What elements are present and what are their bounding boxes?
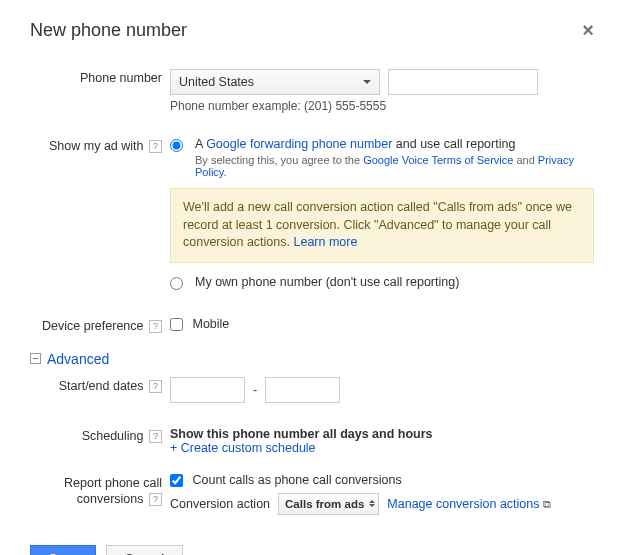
opt1-suffix: and use call reporting	[392, 137, 515, 151]
help-icon[interactable]: ?	[149, 140, 162, 153]
phone-number-example: Phone number example: (201) 555-5555	[170, 99, 594, 113]
country-select[interactable]: United States	[170, 69, 380, 95]
manage-conversion-link[interactable]: Manage conversion actions ⧉	[387, 497, 551, 511]
mobile-checkbox[interactable]	[170, 318, 183, 331]
chevron-down-icon	[363, 80, 371, 84]
opt1-prefix: A	[195, 137, 206, 151]
sort-icon	[369, 500, 375, 507]
agree-prefix: By selecting this, you agree to the	[195, 154, 363, 166]
end-date-input[interactable]	[265, 377, 340, 403]
page-title: New phone number	[30, 20, 187, 41]
conv-action-label: Conversion action	[170, 497, 270, 511]
advanced-toggle[interactable]: − Advanced	[30, 351, 594, 367]
dates-label: Start/end dates	[59, 379, 144, 393]
mobile-text: Mobile	[192, 317, 229, 331]
agree-mid: and	[513, 154, 537, 166]
mobile-checkbox-label[interactable]: Mobile	[170, 317, 229, 331]
opt2-label: My own phone number (don't use call repo…	[195, 275, 459, 289]
count-calls-text: Count calls as phone call conversions	[192, 473, 401, 487]
count-calls-label[interactable]: Count calls as phone call conversions	[170, 473, 402, 487]
count-calls-checkbox[interactable]	[170, 474, 183, 487]
conversion-action-select[interactable]: Calls from ads	[278, 493, 379, 515]
help-icon[interactable]: ?	[149, 493, 162, 506]
advanced-label: Advanced	[47, 351, 109, 367]
close-icon[interactable]: ×	[582, 20, 594, 40]
phone-number-input[interactable]	[388, 69, 538, 95]
google-forwarding-link[interactable]: Google forwarding phone number	[206, 137, 392, 151]
start-date-input[interactable]	[170, 377, 245, 403]
collapse-icon: −	[30, 353, 41, 364]
cancel-button[interactable]: Cancel	[106, 545, 183, 555]
help-icon[interactable]: ?	[149, 430, 162, 443]
info-box: We'll add a new call conversion action c…	[170, 188, 594, 263]
country-select-value: United States	[179, 75, 254, 89]
tos-link[interactable]: Google Voice Terms of Service	[363, 154, 513, 166]
manage-conversion-text: Manage conversion actions	[387, 497, 539, 511]
help-icon[interactable]: ?	[149, 320, 162, 333]
report-label: Report phone call conversions	[64, 476, 162, 506]
sched-label: Scheduling	[82, 429, 144, 443]
create-schedule-link[interactable]: + Create custom schedule	[170, 441, 316, 455]
agree-suffix: .	[224, 166, 227, 178]
phone-number-label: Phone number	[30, 69, 170, 85]
learn-more-link[interactable]: Learn more	[293, 235, 357, 249]
radio-own-number[interactable]	[170, 277, 183, 290]
save-button[interactable]: Save	[30, 545, 96, 555]
show-ad-label: Show my ad with	[49, 139, 143, 153]
help-icon[interactable]: ?	[149, 380, 162, 393]
sched-title: Show this phone number all days and hour…	[170, 427, 594, 441]
date-separator: -	[245, 383, 265, 397]
external-link-icon: ⧉	[543, 498, 551, 510]
device-pref-label: Device preference	[42, 319, 143, 333]
radio-google-forwarding[interactable]	[170, 139, 183, 152]
info-text: We'll add a new call conversion action c…	[183, 200, 572, 249]
conv-action-value: Calls from ads	[285, 498, 364, 510]
